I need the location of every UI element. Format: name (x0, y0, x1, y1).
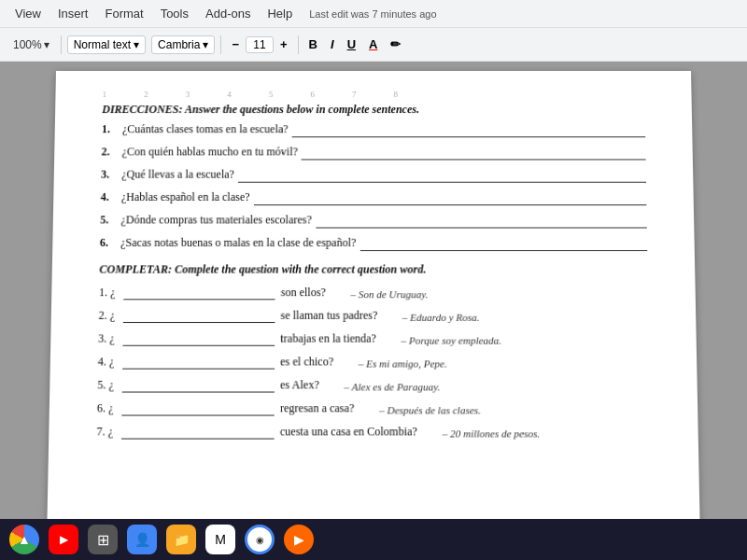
menu-view[interactable]: View (7, 5, 49, 22)
question-item-2: 2. ¿Con quién hablas mucho en tu móvil? (101, 145, 645, 160)
toolbar-divider-1 (61, 35, 62, 54)
c-num-2: 2. ¿ (98, 309, 118, 323)
paragraph-style-btn[interactable]: Normal text ▾ (67, 35, 146, 54)
q-num-6: 6. (100, 236, 117, 250)
c-suffix-1: son ellos? (281, 286, 326, 300)
document-container: 12345678 DIRECCIONES: Answer the questio… (0, 62, 747, 538)
taskbar-files-icon[interactable]: 👤 (127, 525, 157, 554)
completar-item-3: 3. ¿ trabajas en la tienda? – Porque soy… (98, 330, 649, 346)
q-text-3: ¿Qué llevas a la escuela? (121, 168, 234, 182)
font-size-decrease[interactable]: − (227, 35, 244, 53)
question-item-6: 6. ¿Sacas notas buenas o malas en la cla… (100, 236, 648, 251)
bold-btn[interactable]: B (304, 35, 322, 53)
q-num-2: 2. (101, 145, 118, 159)
c-suffix-6: regresan a casa? (280, 401, 355, 416)
font-family-label: Cambria (158, 38, 200, 51)
taskbar-folder-icon[interactable]: 📁 (166, 525, 196, 554)
answer-line-2 (302, 145, 646, 160)
completar-item-1: 1. ¿ son ellos? – Son de Uruguay. (99, 285, 648, 300)
zoom-control[interactable]: 100% ▾ (7, 35, 55, 54)
c-answer-3: – Porque soy empleada. (401, 334, 514, 345)
text-color-btn[interactable]: A (364, 35, 382, 53)
toolbar-divider-2 (220, 35, 221, 54)
q-text-4: ¿Hablas español en la clase? (121, 190, 250, 204)
c-line-4 (122, 354, 275, 370)
document: 12345678 DIRECCIONES: Answer the questio… (47, 71, 700, 538)
c-line-5 (122, 377, 275, 393)
c-num-3: 3. ¿ (98, 331, 118, 345)
completar-item-7: 7. ¿ cuesta una casa en Colombia? – 20 m… (96, 424, 650, 440)
completar-item-4: 4. ¿ es el chico? – Es mi amigo, Pepe. (98, 354, 650, 370)
c-answer-7: – 20 millones de pesos. (443, 427, 557, 440)
c-answer-1: – Son de Uruguay. (350, 288, 464, 300)
q-text-5: ¿Dónde compras tus materiales escolares? (120, 213, 312, 227)
underline-btn[interactable]: U (343, 35, 360, 53)
taskbar: ▲ ▶ ⊞ 👤 📁 M ◉ ▶ (0, 519, 747, 560)
toolbar-divider-3 (298, 35, 299, 54)
menu-insert[interactable]: Insert (50, 5, 96, 22)
c-num-4: 4. ¿ (98, 355, 118, 370)
c-line-3 (122, 330, 275, 346)
completar-item-6: 6. ¿ regresan a casa? – Después de las c… (97, 400, 650, 416)
c-suffix-2: se llaman tus padres? (280, 309, 377, 323)
question-list: 1. ¿Cuántas clases tomas en la escuela? … (100, 122, 648, 251)
taskbar-gmail-icon[interactable]: M (205, 525, 235, 554)
c-suffix-5: es Alex? (280, 378, 319, 393)
c-suffix-3: trabajas en la tienda? (280, 331, 376, 345)
font-section: Cambria ▾ (151, 35, 215, 54)
font-chevron: ▾ (203, 38, 208, 51)
c-line-2 (123, 308, 275, 323)
question-item-5: 5. ¿Dónde compras tus materiales escolar… (100, 213, 647, 228)
taskbar-youtube-icon[interactable]: ▶ (49, 525, 78, 554)
q-num-4: 4. (101, 190, 118, 204)
c-answer-2: – Eduardo y Rosa. (402, 312, 516, 323)
font-family-btn[interactable]: Cambria ▾ (151, 35, 215, 54)
style-chevron: ▾ (134, 38, 139, 51)
last-edit-label: Last edit was 7 minutes ago (309, 8, 436, 20)
question-item-3: 3. ¿Qué llevas a la escuela? (101, 168, 646, 183)
toolbar: 100% ▾ Normal text ▾ Cambria ▾ − + B I U… (0, 28, 747, 62)
zoom-level: 100% (13, 38, 42, 51)
q-text-2: ¿Con quién hablas mucho en tu móvil? (122, 145, 298, 159)
menu-addons[interactable]: Add-ons (198, 5, 258, 22)
zoom-section: 100% ▾ (7, 35, 55, 54)
answer-line-5 (316, 213, 647, 228)
question-item-4: 4. ¿Hablas español en la clase? (101, 190, 647, 205)
menu-bar: View Insert Format Tools Add-ons Help La… (0, 0, 747, 28)
style-section: Normal text ▾ (67, 35, 146, 54)
highlight-btn[interactable]: ✏ (386, 35, 405, 53)
c-num-6: 6. ¿ (97, 401, 117, 416)
question-item-1: 1. ¿Cuántas clases tomas en la escuela? (102, 122, 645, 137)
c-suffix-7: cuesta una casa en Colombia? (280, 425, 417, 440)
menu-format[interactable]: Format (97, 5, 150, 22)
c-line-1 (123, 285, 275, 300)
q-num-1: 1. (102, 122, 119, 136)
answer-line-4 (254, 190, 647, 205)
taskbar-chrome-icon[interactable]: ◉ (245, 525, 275, 554)
q-text-1: ¿Cuántas clases tomas en la escuela? (122, 122, 289, 136)
section1-title: DIRECCIONES: Answer the questions below … (102, 103, 645, 117)
taskbar-play-icon[interactable]: ▶ (284, 525, 314, 554)
c-answer-6: – Después de las clases. (379, 404, 494, 416)
taskbar-drive-icon[interactable]: ▲ (9, 525, 39, 554)
completar-list: 1. ¿ son ellos? – Son de Uruguay. 2. ¿ s… (96, 285, 650, 440)
c-line-7 (121, 424, 275, 440)
menu-tools[interactable]: Tools (153, 5, 196, 22)
c-answer-4: – Es mi amigo, Pepe. (359, 357, 472, 369)
font-size-increase[interactable]: + (275, 35, 292, 53)
q-num-3: 3. (101, 168, 118, 182)
italic-btn[interactable]: I (326, 35, 339, 53)
section2-title: COMPLETAR: Complete the question with th… (99, 262, 647, 276)
q-text-6: ¿Sacas notas buenas o malas en la clase … (120, 236, 356, 250)
format-section: B I U A ✏ (304, 35, 406, 53)
c-num-1: 1. ¿ (99, 286, 119, 300)
answer-line-6 (359, 236, 647, 251)
menu-help[interactable]: Help (260, 5, 300, 22)
completar-item-5: 5. ¿ es Alex? – Alex es de Paraguay. (97, 377, 650, 393)
c-num-5: 5. ¿ (97, 378, 117, 393)
completar-item-2: 2. ¿ se llaman tus padres? – Eduardo y R… (98, 308, 648, 323)
q-num-5: 5. (100, 213, 117, 227)
font-size-input[interactable] (246, 36, 274, 53)
taskbar-apps-icon[interactable]: ⊞ (88, 525, 118, 554)
c-num-7: 7. ¿ (96, 425, 116, 440)
